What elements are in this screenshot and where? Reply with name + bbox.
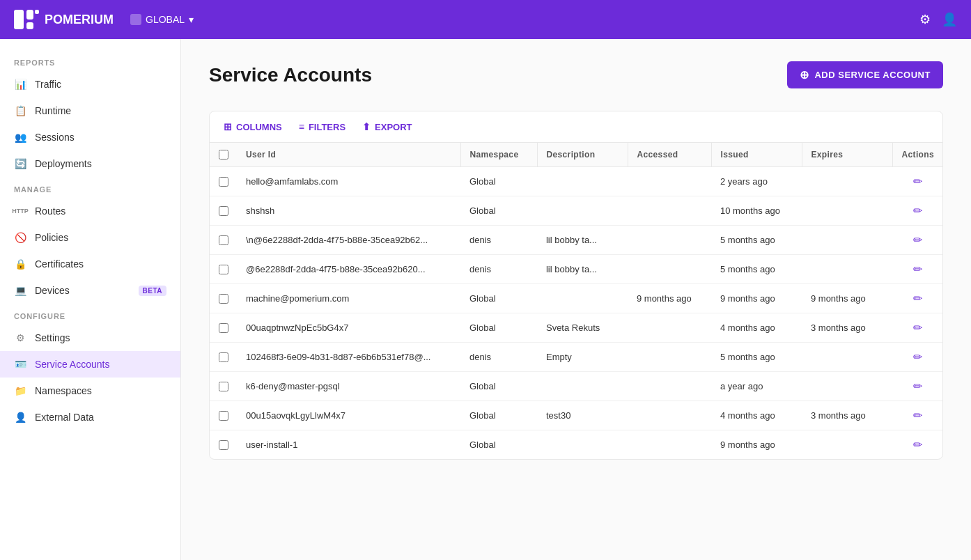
row-checkbox-cell[interactable] <box>210 226 238 255</box>
columns-button[interactable]: ⊞ COLUMNS <box>224 121 282 132</box>
select-all-checkbox[interactable] <box>219 150 228 160</box>
svg-rect-3 <box>35 10 39 14</box>
cell-userid: shshsh <box>238 196 461 226</box>
cell-accessed: 9 months ago <box>628 284 712 313</box>
row-checkbox[interactable] <box>219 294 228 304</box>
cell-description <box>538 372 628 401</box>
sidebar-item-namespaces[interactable]: 📁 Namespaces <box>0 378 180 404</box>
edit-icon[interactable]: ✏ <box>913 380 922 392</box>
sidebar-item-label: Traffic <box>35 79 61 90</box>
edit-icon[interactable]: ✏ <box>913 410 922 421</box>
row-checkbox[interactable] <box>219 206 228 216</box>
sessions-icon: 👥 <box>14 131 26 143</box>
cell-actions[interactable]: ✏ <box>893 313 942 343</box>
cell-issued: 4 months ago <box>712 313 802 343</box>
sidebar-item-devices[interactable]: 💻 Devices BETA <box>0 277 180 304</box>
row-checkbox-cell[interactable] <box>210 430 238 460</box>
sidebar-item-label: External Data <box>35 412 94 423</box>
cell-userid: 00u15aovqkLgyLlwM4x7 <box>238 401 461 430</box>
cell-issued: 9 months ago <box>712 284 802 313</box>
cell-actions[interactable]: ✏ <box>893 401 942 430</box>
table-row: @6e2288df-2dda-4f75-b88e-35cea92b620... … <box>210 255 942 284</box>
sidebar-item-traffic[interactable]: 📊 Traffic <box>0 71 180 98</box>
cell-expires: 3 months ago <box>802 313 893 343</box>
user-icon[interactable]: 👤 <box>942 12 957 27</box>
filters-button[interactable]: ≡ FILTERS <box>299 121 345 132</box>
row-checkbox-cell[interactable] <box>210 255 238 284</box>
cell-actions[interactable]: ✏ <box>893 167 942 196</box>
reports-section-label: REPORTS <box>0 50 180 71</box>
row-checkbox[interactable] <box>219 411 228 421</box>
cell-expires: 3 months ago <box>802 401 893 430</box>
cell-userid: k6-deny@master-pgsql <box>238 372 461 401</box>
sidebar-item-deployments[interactable]: 🔄 Deployments <box>0 150 180 177</box>
sidebar-item-policies[interactable]: 🚫 Policies <box>0 224 180 251</box>
sidebar-item-external-data[interactable]: 👤 External Data <box>0 404 180 430</box>
edit-icon[interactable]: ✏ <box>913 439 922 451</box>
sidebar-item-label: Policies <box>35 232 68 243</box>
sidebar-item-label: Routes <box>35 205 65 217</box>
row-checkbox-cell[interactable] <box>210 401 238 430</box>
cell-userid: 102468f3-6e09-4b31-8d87-e6b6b531ef78@... <box>238 343 461 372</box>
edit-icon[interactable]: ✏ <box>913 263 922 275</box>
col-header-description: Description <box>538 143 628 167</box>
cell-actions[interactable]: ✏ <box>893 430 942 460</box>
row-checkbox[interactable] <box>219 265 228 274</box>
cell-expires <box>802 226 893 255</box>
topnav-left: POMERIUM GLOBAL ▾ <box>14 10 194 29</box>
edit-icon[interactable]: ✏ <box>913 351 922 363</box>
edit-icon[interactable]: ✏ <box>913 234 922 246</box>
row-checkbox-cell[interactable] <box>210 313 238 343</box>
cell-description <box>538 284 628 313</box>
edit-icon[interactable]: ✏ <box>913 293 922 304</box>
cell-issued: 4 months ago <box>712 401 802 430</box>
row-checkbox[interactable] <box>219 177 228 187</box>
col-header-issued: Issued <box>712 143 802 167</box>
svg-rect-0 <box>14 10 24 29</box>
edit-icon[interactable]: ✏ <box>913 322 922 334</box>
cell-description <box>538 167 628 196</box>
cell-actions[interactable]: ✏ <box>893 343 942 372</box>
row-checkbox[interactable] <box>219 235 228 245</box>
cell-userid: \n@6e2288df-2dda-4f75-b88e-35cea92b62... <box>238 226 461 255</box>
cell-userid: hello@amfamlabs.com <box>238 167 461 196</box>
export-button[interactable]: ⬆ EXPORT <box>362 121 412 132</box>
sidebar-item-settings[interactable]: ⚙ Settings <box>0 325 180 351</box>
cell-actions[interactable]: ✏ <box>893 284 942 313</box>
cell-actions[interactable]: ✏ <box>893 226 942 255</box>
add-service-account-button[interactable]: ⊕ ADD SERVICE ACCOUNT <box>787 61 943 88</box>
cell-description <box>538 196 628 226</box>
add-button-label: ADD SERVICE ACCOUNT <box>814 70 931 80</box>
filters-icon: ≡ <box>299 121 304 132</box>
policies-icon: 🚫 <box>14 231 26 244</box>
row-checkbox[interactable] <box>219 382 228 391</box>
row-checkbox-cell[interactable] <box>210 372 238 401</box>
table-row: machine@pomerium.com Global 9 months ago… <box>210 284 942 313</box>
cell-actions[interactable]: ✏ <box>893 255 942 284</box>
sidebar-item-service-accounts[interactable]: 🪪 Service Accounts <box>0 351 180 378</box>
row-checkbox-cell[interactable] <box>210 167 238 196</box>
settings-icon[interactable]: ⚙ <box>919 12 931 27</box>
cell-description <box>538 430 628 460</box>
sidebar-item-label: Namespaces <box>35 385 92 396</box>
cell-actions[interactable]: ✏ <box>893 196 942 226</box>
cell-namespace: Global <box>461 401 538 430</box>
sidebar-item-certificates[interactable]: 🔒 Certificates <box>0 251 180 277</box>
select-all-header[interactable] <box>210 143 238 167</box>
row-checkbox-cell[interactable] <box>210 284 238 313</box>
row-checkbox[interactable] <box>219 352 228 362</box>
sidebar-item-runtime[interactable]: 📋 Runtime <box>0 98 180 124</box>
sidebar-item-sessions[interactable]: 👥 Sessions <box>0 124 180 150</box>
cell-actions[interactable]: ✏ <box>893 372 942 401</box>
edit-icon[interactable]: ✏ <box>913 205 922 217</box>
row-checkbox[interactable] <box>219 440 228 450</box>
cell-description: test30 <box>538 401 628 430</box>
sidebar-item-routes[interactable]: HTTP Routes <box>0 198 180 224</box>
namespace-selector[interactable]: GLOBAL ▾ <box>130 14 194 25</box>
cell-accessed <box>628 313 712 343</box>
row-checkbox-cell[interactable] <box>210 343 238 372</box>
edit-icon[interactable]: ✏ <box>913 176 922 187</box>
service-accounts-icon: 🪪 <box>14 358 26 371</box>
row-checkbox[interactable] <box>219 323 228 333</box>
row-checkbox-cell[interactable] <box>210 196 238 226</box>
